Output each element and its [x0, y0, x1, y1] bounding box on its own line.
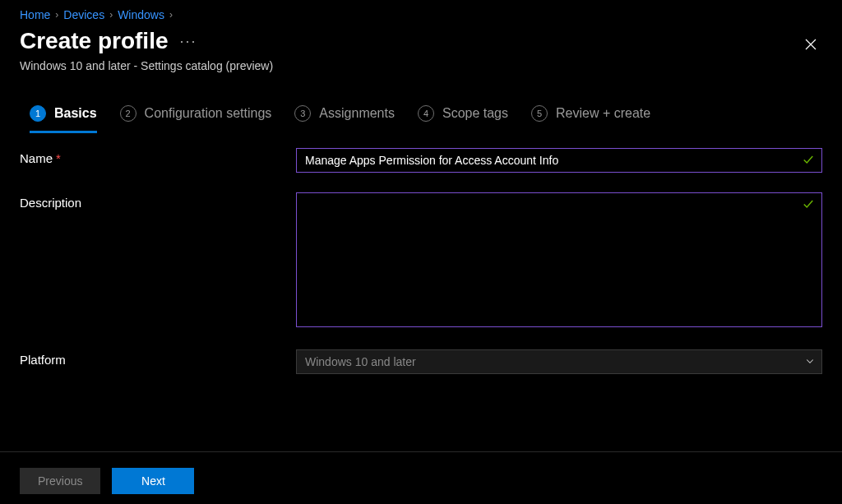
- chevron-down-icon: [805, 355, 815, 368]
- close-button[interactable]: [803, 36, 819, 53]
- step-number-badge: 5: [531, 105, 548, 122]
- step-label: Assignments: [319, 106, 395, 121]
- wizard-footer: Previous Next: [20, 468, 194, 494]
- step-review-create[interactable]: 5 Review + create: [531, 105, 650, 133]
- chevron-right-icon: ›: [109, 9, 113, 21]
- platform-label: Platform: [20, 349, 296, 367]
- page-subtitle: Windows 10 and later - Settings catalog …: [20, 59, 273, 72]
- step-scope-tags[interactable]: 4 Scope tags: [418, 105, 508, 133]
- description-input[interactable]: [296, 192, 822, 327]
- step-assignments[interactable]: 3 Assignments: [294, 105, 395, 133]
- more-actions-icon[interactable]: ···: [180, 33, 197, 50]
- step-number-badge: 1: [30, 105, 46, 122]
- page-header: Create profile ··· Windows 10 and later …: [0, 25, 842, 86]
- form-basics: Name* Description Platform Windows 10 an…: [0, 133, 842, 374]
- step-configuration-settings[interactable]: 2 Configuration settings: [120, 105, 272, 133]
- platform-value: Windows 10 and later: [305, 355, 416, 368]
- step-label: Basics: [54, 106, 97, 121]
- required-indicator: *: [56, 151, 61, 165]
- step-number-badge: 3: [294, 105, 311, 122]
- step-number-badge: 4: [418, 105, 434, 122]
- name-label: Name*: [20, 148, 296, 165]
- chevron-right-icon: ›: [55, 9, 58, 21]
- breadcrumb-windows[interactable]: Windows: [118, 8, 164, 21]
- platform-select[interactable]: Windows 10 and later: [296, 349, 822, 374]
- step-label: Review + create: [556, 106, 650, 121]
- name-input[interactable]: [296, 148, 822, 173]
- breadcrumb: Home › Devices › Windows ›: [0, 0, 842, 25]
- previous-button[interactable]: Previous: [20, 468, 100, 494]
- page-title: Create profile: [20, 28, 169, 54]
- wizard-stepper: 1 Basics 2 Configuration settings 3 Assi…: [0, 86, 842, 133]
- footer-divider: [0, 451, 842, 452]
- breadcrumb-devices[interactable]: Devices: [63, 8, 104, 21]
- step-label: Scope tags: [442, 106, 508, 121]
- breadcrumb-home[interactable]: Home: [20, 8, 50, 21]
- close-icon: [804, 38, 817, 51]
- description-label: Description: [20, 192, 296, 210]
- step-label: Configuration settings: [145, 106, 272, 121]
- step-basics[interactable]: 1 Basics: [30, 105, 97, 133]
- next-button[interactable]: Next: [112, 468, 194, 494]
- chevron-right-icon: ›: [169, 9, 173, 21]
- step-number-badge: 2: [120, 105, 136, 122]
